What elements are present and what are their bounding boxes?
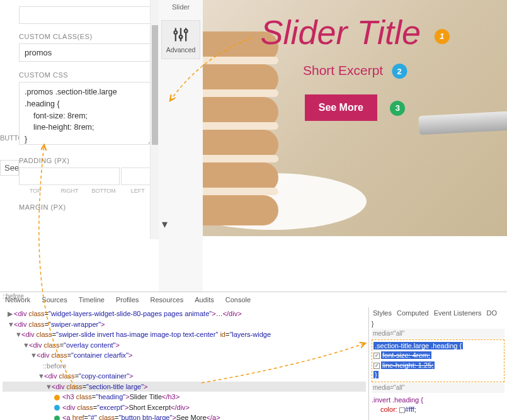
padding-side-label: TOP bbox=[19, 188, 52, 194]
tab-event-listeners[interactable]: Event Listeners bbox=[434, 309, 482, 317]
highlighted-rule[interactable]: .section-title.large .heading { ✓font-si… bbox=[372, 339, 504, 382]
tab-profiles[interactable]: Profiles bbox=[116, 296, 139, 304]
media-query-label: media="all" bbox=[372, 383, 504, 393]
padding-side-label: BOTTOM bbox=[88, 188, 120, 194]
media-query-label: media="all" bbox=[372, 329, 504, 339]
elements-tree[interactable]: ::before ▶<div class="widget-layers-widg… bbox=[0, 307, 368, 420]
prev-input-fragment[interactable] bbox=[19, 6, 154, 24]
svg-point-5 bbox=[185, 30, 188, 33]
tab-computed[interactable]: Computed bbox=[397, 309, 429, 317]
margin-label: MARGIN (PX) bbox=[19, 203, 154, 211]
badge-2: 2 bbox=[392, 64, 407, 79]
badge-3: 3 bbox=[390, 101, 405, 116]
padding-side-label: RIGHT bbox=[53, 188, 86, 194]
tab-sources[interactable]: Sources bbox=[42, 296, 67, 304]
tab-console[interactable]: Console bbox=[225, 296, 251, 304]
slide-preview: Slider Title 1 Short Excerpt 2 See More … bbox=[203, 0, 507, 236]
tab-timeline[interactable]: Timeline bbox=[79, 296, 105, 304]
tab-dom-fragment[interactable]: DO bbox=[487, 309, 498, 317]
see-input-fragment[interactable]: See bbox=[0, 160, 19, 176]
custom-css-textarea[interactable]: .promos .section-title.large .heading { … bbox=[19, 82, 154, 145]
custom-classes-label: CUSTOM CLASS(ES) bbox=[19, 33, 154, 40]
slide-excerpt: Short Excerpt 2 bbox=[303, 63, 407, 79]
sidebar-scrollbar[interactable] bbox=[150, 0, 159, 239]
svg-point-1 bbox=[174, 31, 178, 34]
padding-label: PADDING (PX) bbox=[19, 157, 154, 164]
dropdown-arrow-icon[interactable]: ▾ bbox=[162, 217, 168, 231]
custom-classes-input[interactable] bbox=[19, 43, 154, 62]
tab-resources[interactable]: Resources bbox=[151, 296, 184, 304]
toolbar-column: Slider Advanced bbox=[159, 0, 203, 292]
devtools-panel: Network Sources Timeline Profiles Resour… bbox=[0, 292, 507, 420]
tab-audits[interactable]: Audits bbox=[195, 296, 214, 304]
sliders-icon bbox=[172, 26, 190, 43]
styles-panel: Styles Computed Event Listeners DO } med… bbox=[368, 307, 507, 420]
see-more-button[interactable]: See More bbox=[305, 94, 377, 121]
slide-title: Slider Title 1 bbox=[260, 13, 449, 52]
advanced-label: Advanced bbox=[164, 46, 197, 54]
style-rule[interactable]: .invert .heading { color: #fff; bbox=[372, 395, 504, 415]
svg-point-3 bbox=[179, 35, 183, 38]
padding-top-input[interactable] bbox=[19, 167, 120, 185]
badge-1: 1 bbox=[435, 29, 450, 44]
tab-styles[interactable]: Styles bbox=[373, 309, 392, 317]
slider-label: Slider bbox=[159, 3, 203, 11]
advanced-button[interactable]: Advanced bbox=[161, 20, 200, 59]
custom-css-label: CUSTOM CSS bbox=[19, 71, 154, 79]
editor-sidebar: BUTTO See CUSTOM CLASS(ES) CUSTOM CSS .p… bbox=[0, 0, 159, 239]
devtools-tabs: Network Sources Timeline Profiles Resour… bbox=[0, 292, 507, 307]
